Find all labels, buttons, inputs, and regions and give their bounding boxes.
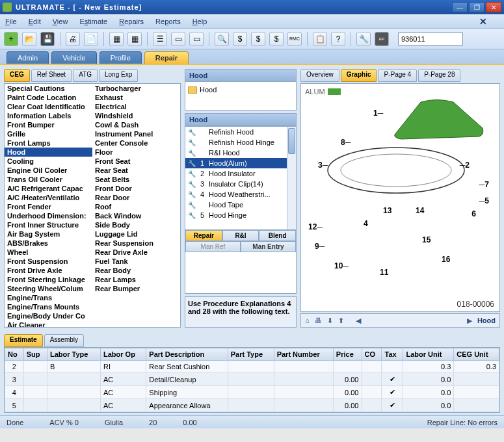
category-item[interactable]: Rear Suspension (92, 239, 180, 248)
tab-ppage4[interactable]: P-Page 4 (378, 69, 417, 82)
open-icon[interactable]: 📂 (22, 32, 36, 46)
tool2-icon[interactable]: ▦ (127, 32, 142, 46)
tab-ppage28[interactable]: P-Page 28 (418, 69, 460, 82)
category-item[interactable]: Luggage Lid (92, 229, 180, 239)
man-entry-button[interactable]: Man Entry (241, 241, 296, 252)
category-list[interactable]: Special CautionsPaint Code LocationClear… (4, 83, 181, 328)
category-item[interactable]: Side Body (92, 220, 180, 229)
category-item[interactable]: ABS/Brakes (5, 239, 92, 248)
category-item[interactable]: Windshield (92, 111, 180, 120)
column-header[interactable]: Part Number (274, 348, 333, 361)
minimize-button[interactable]: — (452, 2, 468, 12)
column-header[interactable]: Part Type (228, 348, 274, 361)
category-item[interactable]: Front Lamps (5, 138, 92, 148)
repair-button[interactable]: Repair (185, 230, 222, 241)
column-header[interactable]: Tax (382, 348, 403, 361)
rmc-icon[interactable]: RMC (287, 32, 302, 46)
column-header[interactable]: Labor Op (100, 348, 146, 361)
column-header[interactable]: Part Description (146, 348, 228, 361)
column-header[interactable]: No (5, 348, 24, 361)
category-item[interactable]: Air Cleaner (5, 320, 92, 328)
category-item[interactable]: Wheel (5, 248, 92, 257)
category-item[interactable]: Cowl & Dash (92, 120, 180, 129)
tab-estimate[interactable]: Estimate (4, 334, 43, 347)
category-item[interactable]: Roof (92, 202, 180, 211)
ri-button[interactable]: R&I (222, 230, 259, 241)
category-item[interactable]: Steering Wheel/Colum (5, 284, 92, 293)
print-icon[interactable]: 🖨 (66, 32, 80, 46)
scrollbar[interactable] (287, 127, 296, 229)
tab-ceg[interactable]: CEG (4, 69, 30, 82)
graphic-view[interactable]: ALUM 1─ 8─ 3─ ─2 ─7 ─5 6 13 14 4 (300, 83, 500, 312)
tab-vehicle[interactable]: Vehicle (51, 51, 96, 64)
operation-item[interactable]: 🔧5Hood Hinge (185, 210, 296, 220)
search-icon[interactable]: 🔍 (215, 32, 229, 46)
operation-item[interactable]: 🔧Hood Tape (185, 200, 296, 210)
category-item[interactable]: Paint Code Location (5, 93, 92, 102)
category-item[interactable]: Front Suspension (5, 257, 92, 266)
category-item[interactable]: Rear Door (92, 193, 180, 202)
category-item[interactable]: Air Bag System (5, 229, 92, 239)
operation-item[interactable]: 🔧4Hood Weatherstri... (185, 189, 296, 200)
category-item[interactable]: Engine/Trans Mounts (5, 302, 92, 311)
mdi-close-button[interactable]: ✕ (479, 16, 487, 27)
estimate-table[interactable]: NoSupLabor TypeLabor OpPart DescriptionP… (4, 347, 500, 413)
category-item[interactable]: Information Labels (5, 111, 92, 120)
prev-icon[interactable]: ◀ (356, 317, 361, 325)
category-item[interactable]: Underhood Dimension: (5, 211, 92, 220)
table-row[interactable]: 4ACShipping0.00✔0.0 (5, 386, 499, 399)
category-item[interactable]: Front Drive Axle (5, 266, 92, 275)
menu-reports[interactable]: Reports (155, 18, 181, 25)
column-header[interactable]: Labor Type (47, 348, 100, 361)
money1-icon[interactable]: $ (233, 32, 247, 46)
note-icon[interactable]: 📋 (313, 32, 327, 46)
money3-icon[interactable]: $ (269, 32, 284, 46)
save-icon[interactable]: 💾 (40, 32, 55, 46)
category-item[interactable]: Clear Coat Identificatio (5, 102, 92, 111)
tree-item[interactable]: Hood (188, 84, 293, 95)
print-graphic-icon[interactable]: 🖶 (315, 317, 322, 324)
layout3-icon[interactable]: ▭ (189, 32, 204, 46)
category-item[interactable]: Front Steering Linkage (5, 275, 92, 284)
tab-overview[interactable]: Overview (300, 69, 339, 82)
tab-profile[interactable]: Profile (99, 51, 142, 64)
column-header[interactable]: Price (333, 348, 362, 361)
eppro-icon[interactable]: EP (375, 32, 389, 46)
tab-atg[interactable]: ATG (73, 69, 98, 82)
category-item[interactable]: Front Door (92, 184, 180, 193)
layout2-icon[interactable]: ▭ (171, 32, 185, 46)
operation-item[interactable]: 🔧R&I Hood (185, 148, 296, 158)
operation-item[interactable]: 🔧Refinish Hood Hinge (185, 137, 296, 148)
category-item[interactable]: A/C Refrigerant Capac (5, 184, 92, 193)
operation-item[interactable]: 🔧2Hood Insulator (185, 168, 296, 179)
category-item[interactable]: Front Inner Structure (5, 220, 92, 229)
category-item[interactable]: Hood (5, 148, 92, 157)
category-item[interactable]: Rear Drive Axle (92, 248, 180, 257)
maximize-button[interactable]: ❐ (469, 2, 484, 12)
category-item[interactable]: Rear Bumper (92, 284, 180, 293)
tool1-icon[interactable]: ▦ (109, 32, 124, 46)
new-icon[interactable]: ＋ (4, 32, 18, 46)
man-ref-button[interactable]: Man Ref (185, 241, 241, 252)
up-arrow-icon[interactable]: ⬆ (338, 317, 344, 325)
category-item[interactable]: Trans Oil Cooler (5, 175, 92, 184)
help-icon[interactable]: ? (331, 32, 345, 46)
category-item[interactable]: Front Seat (92, 157, 180, 166)
category-item[interactable]: Center Console (92, 138, 180, 148)
down-arrow-icon[interactable]: ⬇ (327, 317, 333, 325)
category-item[interactable]: Electrical (92, 102, 180, 111)
menu-help[interactable]: Help (192, 18, 207, 25)
table-row[interactable]: 5ACAppearance Allowa0.00✔0.0 (5, 399, 499, 412)
category-item[interactable]: Engine Oil Cooler (5, 166, 92, 175)
blend-button[interactable]: Blend (259, 230, 296, 241)
menu-view[interactable]: View (53, 18, 68, 25)
menu-repairs[interactable]: Repairs (119, 18, 144, 25)
category-item[interactable]: Turbocharger (92, 84, 180, 93)
operation-item[interactable]: 🔧3Insulator Clip(14) (185, 179, 296, 189)
category-item[interactable]: Rear Seat (92, 166, 180, 175)
menu-estimate[interactable]: Estimate (79, 18, 107, 25)
table-row[interactable]: 2BRIRear Seat Cushion0.30.3 (5, 361, 499, 373)
category-item[interactable]: Floor (92, 148, 180, 157)
menu-edit[interactable]: Edit (29, 18, 41, 25)
tab-assembly[interactable]: Assembly (44, 334, 84, 347)
